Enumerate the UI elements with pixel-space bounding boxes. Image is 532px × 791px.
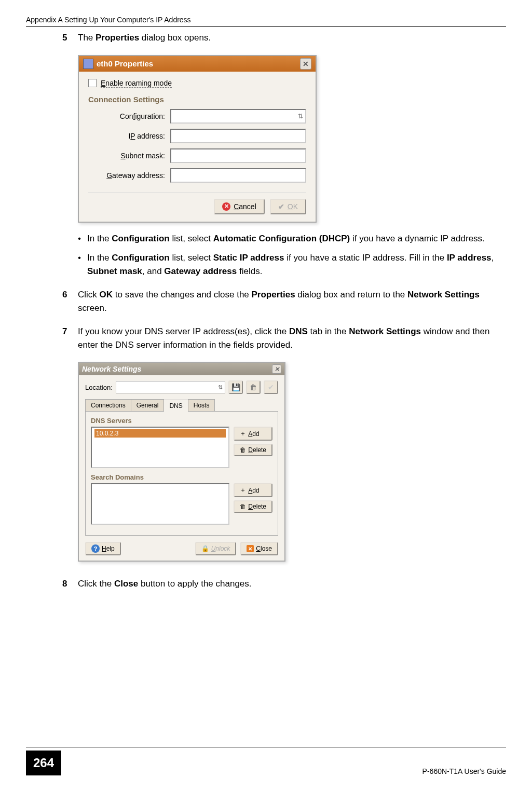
close-icon: ✕ <box>247 545 254 552</box>
enable-roaming-label: Enable roaming mode <box>101 79 172 88</box>
dns-servers-list[interactable]: 10.0.2.3 <box>91 427 229 468</box>
bullet-item: • In the Configuration list, select Auto… <box>78 232 506 246</box>
close-icon[interactable]: ✕ <box>300 58 311 70</box>
tab-general[interactable]: General <box>131 399 165 411</box>
cancel-icon: ✕ <box>222 202 230 211</box>
chevron-updown-icon: ⇅ <box>298 113 303 120</box>
gateway-address-field[interactable] <box>170 168 306 183</box>
step-text: Click the Close button to apply the chan… <box>78 577 506 591</box>
step-number: 8 <box>62 577 78 591</box>
plus-icon: ＋ <box>240 486 246 495</box>
close-button[interactable]: ✕Close <box>240 542 278 555</box>
save-location-button[interactable]: 💾 <box>228 380 243 394</box>
text: dialog box opens. <box>139 33 211 43</box>
delete-location-button[interactable]: 🗑 <box>246 380 261 394</box>
window-icon <box>83 59 93 69</box>
trash-icon: 🗑 <box>240 446 246 454</box>
step-text: Click OK to save the changes and close t… <box>78 288 506 315</box>
step-5: 5 The Properties dialog box opens. <box>62 31 506 45</box>
bullet-marker: • <box>78 251 87 278</box>
add-dns-button[interactable]: ＋Add <box>234 427 272 441</box>
step-number: 7 <box>62 325 78 351</box>
tab-content-dns: DNS Servers 10.0.2.3 ＋Add 🗑Delete Search… <box>85 411 278 536</box>
help-icon: ? <box>91 544 100 553</box>
step-text: If you know your DNS server IP address(e… <box>78 325 506 351</box>
location-dropdown[interactable]: ⇅ <box>116 381 225 393</box>
ip-address-label: IP address: <box>98 132 170 140</box>
dialog-title: eth0 Properties <box>97 59 153 68</box>
configuration-dropdown[interactable]: ⇅ <box>170 109 306 124</box>
screenshot-eth0-properties: eth0 Properties ✕ Enable roaming mode Co… <box>78 55 506 223</box>
search-domains-list[interactable] <box>91 483 229 525</box>
text: The <box>78 33 96 43</box>
unlock-button[interactable]: 🔒Unlock <box>195 542 237 555</box>
ok-icon: ✔ <box>278 202 284 211</box>
subnet-mask-field[interactable] <box>170 148 306 163</box>
step-7: 7 If you know your DNS server IP address… <box>62 325 506 351</box>
dialog-titlebar: eth0 Properties ✕ <box>79 56 316 72</box>
bold: Properties <box>96 33 139 43</box>
enable-roaming-checkbox[interactable] <box>88 79 97 87</box>
ip-address-field[interactable] <box>170 129 306 143</box>
page-footer: 264 P-660N-T1A User's Guide <box>26 747 506 775</box>
plus-icon: ＋ <box>240 429 246 438</box>
bullet-marker: • <box>78 232 87 246</box>
bullet-item: • In the Configuration list, select Stat… <box>78 251 506 278</box>
tab-hosts[interactable]: Hosts <box>188 399 215 411</box>
close-icon[interactable]: ✕ <box>272 364 281 374</box>
dns-entry: 10.0.2.3 <box>94 429 226 438</box>
tab-dns[interactable]: DNS <box>163 400 188 412</box>
page-number: 264 <box>26 751 61 775</box>
step-number: 6 <box>62 288 78 315</box>
trash-icon: 🗑 <box>250 383 257 391</box>
tab-connections[interactable]: Connections <box>85 399 131 411</box>
cancel-button[interactable]: ✕ Cancel <box>214 199 265 214</box>
ok-button[interactable]: ✔ OK <box>270 199 306 214</box>
gateway-address-label: Gateway address: <box>98 171 170 180</box>
guide-name: P-660N-T1A User's Guide <box>422 767 506 775</box>
step-text: The Properties dialog box opens. <box>78 31 506 45</box>
step-6: 6 Click OK to save the changes and close… <box>62 288 506 315</box>
network-settings-dialog: Network Settings ✕ Location: ⇅ 💾 🗑 ✔ Con… <box>78 362 285 562</box>
step-8: 8 Click the Close button to apply the ch… <box>62 577 506 591</box>
bullet-text: In the Configuration list, select Automa… <box>87 232 485 246</box>
dialog-title: Network Settings <box>82 365 141 373</box>
apply-location-button[interactable]: ✔ <box>264 380 278 394</box>
lock-icon: 🔒 <box>201 545 209 552</box>
bullet-text: In the Configuration list, select Static… <box>87 251 506 278</box>
screenshot-network-settings: Network Settings ✕ Location: ⇅ 💾 🗑 ✔ Con… <box>78 362 506 562</box>
chevron-updown-icon: ⇅ <box>218 384 223 391</box>
eth0-dialog: eth0 Properties ✕ Enable roaming mode Co… <box>78 55 317 223</box>
bullet-list: • In the Configuration list, select Auto… <box>78 232 506 278</box>
step-number: 5 <box>62 31 78 45</box>
dns-servers-heading: DNS Servers <box>91 417 272 425</box>
subnet-mask-label: Subnet mask: <box>98 152 170 160</box>
delete-dns-button[interactable]: 🗑Delete <box>234 444 272 456</box>
search-domains-heading: Search Domains <box>91 473 272 481</box>
page-header: Appendix A Setting Up Your Computer's IP… <box>26 16 506 27</box>
disk-icon: 💾 <box>231 383 240 391</box>
configuration-label: Configuration: <box>98 112 170 120</box>
connection-settings-heading: Connection Settings <box>88 95 306 104</box>
dialog-titlebar: Network Settings ✕ <box>79 363 284 375</box>
add-domain-button[interactable]: ＋Add <box>234 483 272 497</box>
delete-domain-button[interactable]: 🗑Delete <box>234 500 272 513</box>
trash-icon: 🗑 <box>240 503 246 510</box>
tab-bar: Connections General DNS Hosts <box>85 399 278 411</box>
page-content: 5 The Properties dialog box opens. eth0 … <box>62 31 506 601</box>
help-button[interactable]: ?Help <box>85 542 121 555</box>
location-label: Location: <box>85 384 113 391</box>
